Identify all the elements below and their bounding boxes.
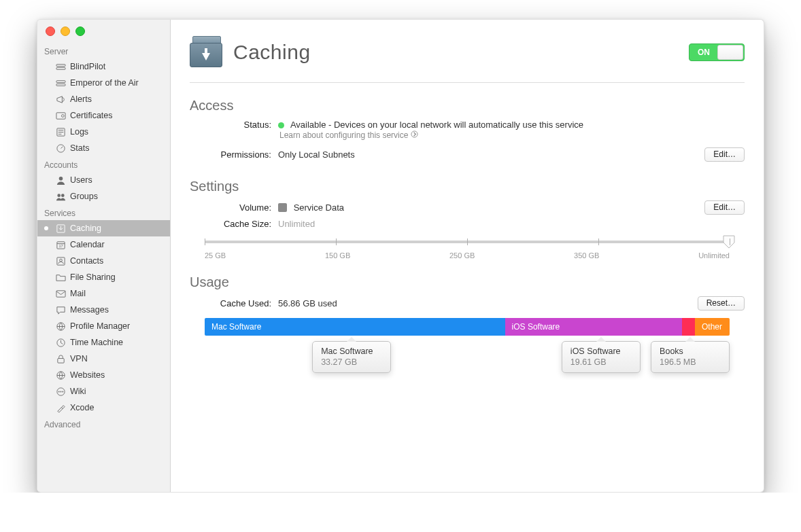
sidebar-item-emperor-of-the-air[interactable]: Emperor of the Air — [37, 75, 170, 91]
fullscreen-button[interactable] — [75, 26, 85, 36]
hammer-icon — [55, 402, 66, 413]
sidebar-item-label: BlindPilot — [70, 62, 105, 71]
status-indicator-icon — [278, 122, 284, 128]
sidebar-item-users[interactable]: Users — [37, 172, 170, 188]
minimize-button[interactable] — [61, 26, 70, 36]
slider-thumb[interactable] — [723, 235, 735, 249]
close-button[interactable] — [46, 26, 55, 36]
toggle-knob — [717, 45, 743, 60]
learn-link[interactable]: Learn about configuring this service — [279, 130, 745, 140]
svg-point-9 — [57, 194, 61, 197]
sidebar-item-label: Stats — [70, 143, 90, 153]
svg-point-24 — [62, 391, 63, 392]
edit-volume-button[interactable]: Edit… — [704, 200, 745, 215]
usage-segment-other: Other — [695, 318, 730, 336]
svg-point-10 — [61, 194, 64, 197]
sidebar-item-stats[interactable]: Stats — [37, 140, 170, 156]
usage-callout-books: Books196.5 MB — [651, 341, 730, 373]
sidebar-item-groups[interactable]: Groups — [37, 188, 170, 205]
status-label: Status: — [205, 120, 278, 130]
slider-tick — [467, 238, 468, 245]
globe-icon — [55, 321, 66, 332]
cache-used-label: Cache Used: — [205, 298, 278, 308]
slider-tick-label: 350 GB — [574, 251, 599, 260]
volume-label: Volume: — [205, 202, 278, 213]
svg-text:17: 17 — [58, 244, 63, 248]
sidebar-item-messages[interactable]: Messages — [37, 302, 170, 318]
sidebar-item-label: Logs — [70, 127, 88, 137]
usage-segment-books — [682, 318, 695, 336]
sidebar-group-services: Services — [37, 205, 170, 220]
sidebar-item-xcode[interactable]: Xcode — [37, 400, 170, 416]
sidebar-item-label: Contacts — [70, 256, 103, 266]
callout-value: 33.27 GB — [321, 357, 382, 367]
globe-icon — [55, 370, 66, 380]
sidebar-group-accounts: Accounts — [37, 156, 170, 172]
slider-labels: 25 GB150 GB250 GB350 GBUnlimited — [205, 251, 730, 260]
certificate-icon — [55, 110, 66, 121]
sidebar-item-label: Wiki — [70, 387, 86, 396]
usage-callout-mac-software: Mac Software33.27 GB — [312, 341, 391, 373]
sidebar-item-mail[interactable]: Mail — [37, 285, 170, 302]
sidebar-item-logs[interactable]: Logs — [37, 124, 170, 140]
active-dot-icon — [44, 226, 48, 230]
volume-value: Service Data — [278, 202, 344, 213]
usage-bar: Mac SoftwareiOS SoftwareOtherMac Softwar… — [205, 318, 730, 336]
sidebar-item-label: Groups — [70, 192, 98, 201]
status-row: Status: Available - Devices on your loca… — [190, 118, 745, 132]
cache-size-slider[interactable]: 25 GB150 GB250 GB350 GBUnlimited — [205, 241, 730, 260]
sidebar-item-vpn[interactable]: VPN — [37, 351, 170, 367]
megaphone-icon — [55, 94, 66, 105]
sidebar-item-time-machine[interactable]: Time Machine — [37, 334, 170, 351]
sidebar-item-caching[interactable]: Caching — [37, 220, 170, 236]
contacts-icon — [55, 255, 66, 266]
sidebar-group-server: Server — [37, 43, 170, 58]
sidebar-item-label: Calendar — [70, 240, 105, 249]
svg-rect-2 — [56, 80, 65, 82]
mail-icon — [55, 288, 66, 299]
svg-point-15 — [59, 259, 62, 262]
group-icon — [55, 191, 66, 202]
service-toggle[interactable]: ON — [689, 43, 745, 61]
callout-value: 19.61 GB — [570, 357, 632, 367]
sidebar-item-label: Users — [70, 175, 92, 185]
slider-track — [205, 241, 730, 243]
permissions-value: Only Local Subnets — [278, 149, 355, 160]
sidebar-group-advanced: Advanced — [37, 416, 170, 431]
sidebar-item-certificates[interactable]: Certificates — [37, 107, 170, 124]
sidebar-item-file-sharing[interactable]: File Sharing — [37, 269, 170, 285]
edit-permissions-button[interactable]: Edit… — [704, 147, 745, 162]
caching-icon — [190, 36, 222, 69]
callout-title: Mac Software — [321, 347, 382, 356]
sidebar-item-label: Time Machine — [70, 338, 123, 347]
svg-point-22 — [58, 391, 59, 392]
sidebar-item-label: VPN — [70, 354, 88, 363]
folder-icon — [55, 272, 66, 283]
sidebar-item-wiki[interactable]: Wiki — [37, 383, 170, 400]
usage-callout-ios-software: iOS Software19.61 GB — [562, 341, 641, 373]
log-icon — [55, 126, 66, 137]
slider-tick-label: 150 GB — [325, 251, 350, 260]
cache-size-row: Cache Size: Unlimited — [190, 217, 745, 231]
sidebar-item-contacts[interactable]: Contacts — [37, 253, 170, 269]
sidebar-item-blindpilot[interactable]: BlindPilot — [37, 58, 170, 75]
server-app-window: ServerBlindPilotEmperor of the AirAlerts… — [37, 19, 764, 493]
svg-point-8 — [58, 176, 63, 180]
toggle-label: ON — [698, 48, 710, 57]
callout-value: 196.5 MB — [660, 357, 721, 367]
sidebar-item-alerts[interactable]: Alerts — [37, 91, 170, 107]
sidebar-item-label: Websites — [70, 370, 105, 380]
reset-cache-button[interactable]: Reset… — [698, 296, 745, 311]
cache-used-value: 56.86 GB used — [278, 298, 337, 308]
callout-title: Books — [660, 347, 721, 356]
section-settings: Settings — [190, 179, 745, 194]
slider-tick-label: Unlimited — [698, 251, 730, 260]
calendar-icon: 17 — [55, 239, 66, 250]
sidebar-item-websites[interactable]: Websites — [37, 367, 170, 383]
main-content: Caching ON Access Status: Available - De… — [171, 20, 764, 492]
cache-size-value: Unlimited — [278, 219, 315, 229]
sidebar-item-profile-manager[interactable]: Profile Manager — [37, 318, 170, 334]
volume-row: Volume: Service Data Edit… — [190, 198, 745, 217]
sidebar-item-calendar[interactable]: 17Calendar — [37, 236, 170, 253]
server-icon — [55, 61, 66, 72]
